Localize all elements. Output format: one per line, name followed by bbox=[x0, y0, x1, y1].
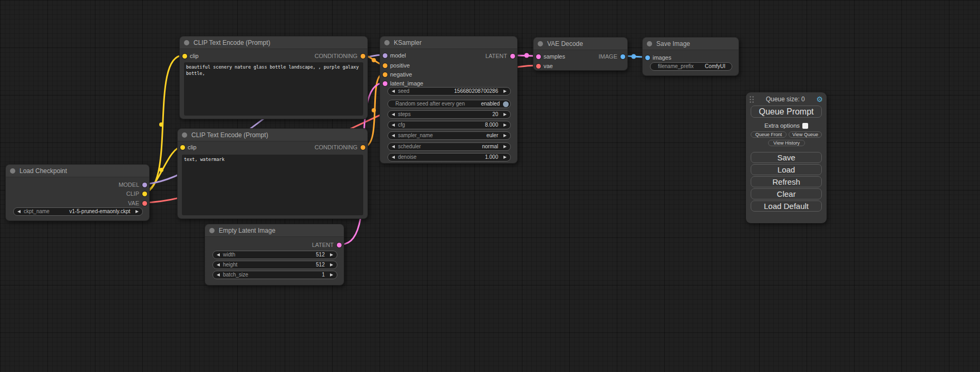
increment-arrow-icon[interactable] bbox=[503, 134, 507, 137]
node-title-bar[interactable]: KSampler bbox=[380, 36, 517, 49]
ckpt-name-widget[interactable]: ckpt_name v1-5-pruned-emaonly.ckpt bbox=[13, 207, 143, 216]
node-save-image[interactable]: Save Image images filename_prefix ComfyU… bbox=[642, 37, 739, 76]
conditioning-slot-dot[interactable] bbox=[383, 72, 387, 77]
input-slot-vae[interactable]: vae bbox=[533, 63, 553, 69]
toggle-knob[interactable] bbox=[503, 101, 509, 107]
node-graph-canvas[interactable]: Load Checkpoint MODEL CLIP VAE ckpt_name… bbox=[0, 0, 980, 372]
model-slot-dot[interactable] bbox=[383, 53, 387, 58]
node-clip-text-encode-positive[interactable]: CLIP Text Encode (Prompt) clip CONDITION… bbox=[179, 36, 368, 119]
node-title-bar[interactable]: Load Checkpoint bbox=[6, 165, 149, 177]
denoise-widget[interactable]: denoise 1.000 bbox=[387, 153, 511, 161]
collapse-dot-icon[interactable] bbox=[647, 41, 652, 46]
output-slot-vae[interactable]: VAE bbox=[128, 200, 149, 206]
negative-prompt-textarea[interactable]: text, watermark bbox=[182, 155, 363, 215]
input-slot-negative[interactable]: negative bbox=[380, 71, 412, 78]
output-slot-clip[interactable]: CLIP bbox=[127, 190, 149, 197]
decrement-arrow-icon[interactable] bbox=[17, 210, 21, 213]
queue-front-button[interactable]: Queue Front bbox=[751, 131, 787, 138]
view-queue-button[interactable]: View Queue bbox=[789, 131, 822, 138]
decrement-arrow-icon[interactable] bbox=[217, 263, 220, 266]
input-slot-images[interactable]: images bbox=[643, 54, 671, 61]
drag-handle-icon[interactable] bbox=[749, 96, 754, 103]
collapse-dot-icon[interactable] bbox=[209, 228, 215, 233]
conditioning-slot-dot[interactable] bbox=[361, 54, 365, 59]
load-default-button[interactable]: Load Default bbox=[751, 201, 822, 212]
decrement-arrow-icon[interactable] bbox=[392, 90, 395, 93]
increment-arrow-icon[interactable] bbox=[503, 156, 507, 159]
queue-prompt-button[interactable]: Queue Prompt bbox=[751, 106, 822, 118]
extra-options-checkbox[interactable] bbox=[802, 123, 808, 129]
node-empty-latent-image[interactable]: Empty Latent Image LATENT width 512 heig… bbox=[205, 224, 344, 285]
clip-slot-dot[interactable] bbox=[180, 145, 185, 150]
sampler-name-widget[interactable]: sampler_name euler bbox=[387, 131, 511, 140]
node-vae-decode[interactable]: VAE Decode samples vae IMAGE bbox=[533, 37, 628, 71]
input-slot-clip[interactable]: clip bbox=[178, 144, 197, 150]
increment-arrow-icon[interactable] bbox=[330, 263, 333, 266]
steps-widget[interactable]: steps 20 bbox=[387, 110, 511, 119]
decrement-arrow-icon[interactable] bbox=[392, 113, 395, 116]
batch-size-widget[interactable]: batch_size 1 bbox=[212, 271, 337, 279]
output-slot-latent[interactable]: LATENT bbox=[486, 53, 517, 59]
input-slot-latent-image[interactable]: latent_image bbox=[380, 80, 423, 87]
increment-arrow-icon[interactable] bbox=[503, 90, 507, 93]
increment-arrow-icon[interactable] bbox=[503, 123, 507, 127]
increment-arrow-icon[interactable] bbox=[503, 113, 507, 116]
node-title-bar[interactable]: CLIP Text Encode (Prompt) bbox=[180, 36, 367, 49]
latent-slot-dot[interactable] bbox=[383, 81, 387, 86]
conditioning-slot-dot[interactable] bbox=[361, 145, 365, 150]
increment-arrow-icon[interactable] bbox=[135, 210, 139, 213]
input-slot-samples[interactable]: samples bbox=[533, 53, 565, 60]
decrement-arrow-icon[interactable] bbox=[392, 156, 395, 159]
output-slot-conditioning[interactable]: CONDITIONING bbox=[315, 144, 367, 150]
vae-slot-dot[interactable] bbox=[142, 201, 147, 206]
collapse-dot-icon[interactable] bbox=[538, 41, 543, 46]
image-slot-dot[interactable] bbox=[645, 55, 650, 60]
node-ksampler[interactable]: KSampler model positive negative latent_… bbox=[380, 36, 518, 164]
scheduler-widget[interactable]: scheduler normal bbox=[387, 142, 511, 151]
clip-slot-dot[interactable] bbox=[182, 54, 187, 59]
filename-prefix-widget[interactable]: filename_prefix ComfyUI bbox=[650, 62, 732, 71]
collapse-dot-icon[interactable] bbox=[384, 40, 390, 45]
cfg-widget[interactable]: cfg 8.000 bbox=[387, 121, 511, 129]
node-title-bar[interactable]: Empty Latent Image bbox=[205, 224, 344, 237]
decrement-arrow-icon[interactable] bbox=[217, 273, 220, 276]
node-title-bar[interactable]: Save Image bbox=[643, 37, 739, 50]
clip-slot-dot[interactable] bbox=[142, 192, 147, 196]
node-clip-text-encode-negative[interactable]: CLIP Text Encode (Prompt) clip CONDITION… bbox=[177, 128, 368, 219]
node-title-bar[interactable]: VAE Decode bbox=[533, 37, 627, 50]
save-button[interactable]: Save bbox=[751, 152, 822, 163]
refresh-button[interactable]: Refresh bbox=[751, 176, 822, 187]
latent-slot-dot[interactable] bbox=[510, 54, 515, 59]
output-slot-model[interactable]: MODEL bbox=[119, 182, 149, 188]
latent-slot-dot[interactable] bbox=[536, 54, 541, 59]
conditioning-slot-dot[interactable] bbox=[383, 63, 387, 68]
seed-widget[interactable]: seed 156680208700286 bbox=[387, 87, 511, 96]
random-seed-toggle-widget[interactable]: Random seed after every gen enabled bbox=[387, 100, 511, 108]
clear-button[interactable]: Clear bbox=[751, 188, 822, 199]
positive-prompt-textarea[interactable]: beautiful scenery nature glass bottle la… bbox=[184, 62, 363, 116]
collapse-dot-icon[interactable] bbox=[184, 40, 189, 45]
vae-slot-dot[interactable] bbox=[536, 64, 541, 69]
view-history-button[interactable]: View History bbox=[768, 140, 805, 146]
height-widget[interactable]: height 512 bbox=[212, 261, 337, 269]
image-slot-dot[interactable] bbox=[620, 54, 625, 59]
output-slot-conditioning[interactable]: CONDITIONING bbox=[315, 53, 367, 59]
increment-arrow-icon[interactable] bbox=[330, 273, 333, 276]
input-slot-positive[interactable]: positive bbox=[380, 62, 410, 69]
decrement-arrow-icon[interactable] bbox=[392, 134, 395, 137]
collapse-dot-icon[interactable] bbox=[10, 168, 15, 174]
node-title-bar[interactable]: CLIP Text Encode (Prompt) bbox=[178, 129, 367, 141]
collapse-dot-icon[interactable] bbox=[182, 132, 187, 138]
model-slot-dot[interactable] bbox=[142, 183, 147, 187]
output-slot-image[interactable]: IMAGE bbox=[599, 53, 627, 60]
decrement-arrow-icon[interactable] bbox=[392, 145, 395, 148]
increment-arrow-icon[interactable] bbox=[330, 253, 333, 256]
decrement-arrow-icon[interactable] bbox=[217, 253, 220, 256]
settings-gear-icon[interactable]: ⚙ bbox=[816, 96, 823, 103]
decrement-arrow-icon[interactable] bbox=[392, 123, 395, 127]
input-slot-clip[interactable]: clip bbox=[180, 53, 199, 59]
increment-arrow-icon[interactable] bbox=[503, 145, 507, 148]
load-button[interactable]: Load bbox=[751, 164, 822, 175]
node-load-checkpoint[interactable]: Load Checkpoint MODEL CLIP VAE ckpt_name… bbox=[5, 164, 150, 221]
latent-slot-dot[interactable] bbox=[337, 243, 342, 247]
